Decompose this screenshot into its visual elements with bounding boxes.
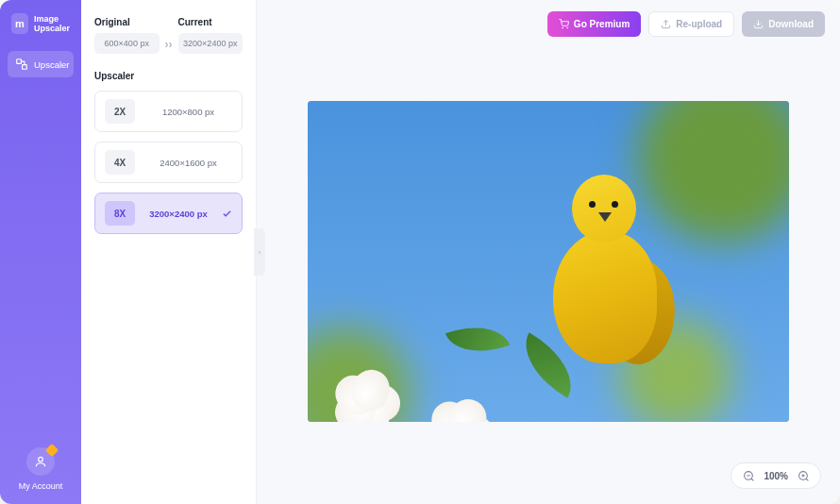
account-label: My Account <box>19 481 63 491</box>
upload-icon <box>661 19 671 29</box>
svg-point-4 <box>567 27 568 28</box>
canvas-wrap <box>257 0 840 504</box>
option-multiplier: 8X <box>105 201 135 226</box>
my-account[interactable]: My Account <box>8 447 74 491</box>
size-comparison: Original 600×400 px ›› Current 3200×2400… <box>94 17 243 54</box>
main-area: ‹ Go Premium Re-upload Download <box>257 0 840 504</box>
original-size: 600×400 px <box>94 33 160 54</box>
upscaler-icon <box>15 58 28 71</box>
settings-panel: Original 600×400 px ›› Current 3200×2400… <box>81 0 257 504</box>
option-multiplier: 2X <box>105 99 135 124</box>
collapse-panel-handle[interactable]: ‹ <box>254 228 265 276</box>
app-root: m Image Upscaler Upscaler My Account Ori… <box>0 0 840 504</box>
svg-point-2 <box>39 457 43 462</box>
reupload-button[interactable]: Re-upload <box>648 11 734 37</box>
image-preview[interactable] <box>308 101 789 422</box>
svg-rect-0 <box>17 59 22 64</box>
logo-text: Image Upscaler <box>34 14 70 34</box>
zoom-out-button[interactable] <box>741 468 756 483</box>
topbar: Go Premium Re-upload Download <box>547 11 825 37</box>
sidebar-item-upscaler[interactable]: Upscaler <box>8 51 74 77</box>
svg-point-3 <box>563 27 563 28</box>
upscale-option-4x[interactable]: 4X 2400×1600 px <box>94 142 243 183</box>
option-multiplier: 4X <box>105 150 135 175</box>
zoom-in-button[interactable] <box>796 468 811 483</box>
option-size: 1200×800 px <box>144 107 232 117</box>
zoom-in-icon <box>798 470 810 482</box>
current-label: Current <box>178 17 244 27</box>
download-button[interactable]: Download <box>742 11 825 37</box>
sidebar: m Image Upscaler Upscaler My Account <box>0 0 81 504</box>
user-icon <box>34 455 47 468</box>
svg-rect-1 <box>23 65 27 70</box>
zoom-level: 100% <box>764 471 788 481</box>
upscale-option-2x[interactable]: 2X 1200×800 px <box>94 91 243 132</box>
download-icon <box>753 19 764 29</box>
check-icon <box>222 209 232 219</box>
original-label: Original <box>94 17 160 27</box>
logo-icon: m <box>11 13 28 34</box>
go-premium-button[interactable]: Go Premium <box>547 11 641 37</box>
upscale-option-8x[interactable]: 8X 3200×2400 px <box>94 193 243 234</box>
upscaler-section-label: Upscaler <box>94 71 243 81</box>
zoom-control: 100% <box>731 462 821 489</box>
option-size: 3200×2400 px <box>144 209 212 219</box>
avatar <box>26 447 55 476</box>
logo[interactable]: m Image Upscaler <box>8 13 74 51</box>
cart-icon <box>559 19 569 29</box>
option-size: 2400×1600 px <box>144 158 232 168</box>
zoom-out-icon <box>743 470 755 482</box>
arrow-icon: ›› <box>165 21 173 51</box>
sidebar-item-label: Upscaler <box>34 59 70 70</box>
svg-line-8 <box>751 479 753 480</box>
svg-line-11 <box>806 479 808 480</box>
current-size: 3200×2400 px <box>178 33 244 54</box>
